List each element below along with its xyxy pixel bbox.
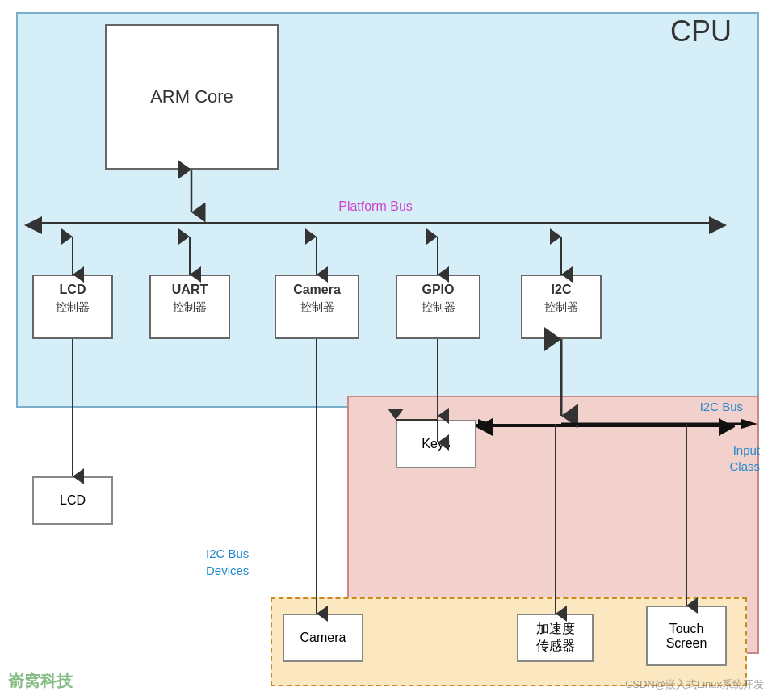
touchscreen-device: TouchScreen xyxy=(646,606,727,666)
cpu-label: CPU xyxy=(670,15,732,48)
watermark-left: 嵛窝科技 xyxy=(8,670,73,692)
ctrl-camera-top: Camera xyxy=(281,283,353,297)
ctrl-lcd: LCD 控制器 xyxy=(32,275,113,339)
i2c-bus-arrow-right xyxy=(719,418,735,436)
touch-label: TouchScreen xyxy=(666,622,707,651)
platform-bus: Platform Bus xyxy=(24,214,727,237)
ctrl-lcd-top: LCD xyxy=(39,283,107,297)
i2c-bus-line xyxy=(476,424,735,427)
ctrl-camera: Camera 控制器 xyxy=(275,275,359,339)
accel-label: 加速度传感器 xyxy=(536,621,575,655)
keys-device: Keys xyxy=(396,420,476,468)
ctrl-i2c-top: I2C xyxy=(527,283,595,297)
input-class-label: InputClass xyxy=(729,442,760,474)
ctrl-lcd-cn: 控制器 xyxy=(39,300,107,315)
lcd-label: LCD xyxy=(60,493,86,508)
ctrl-gpio-cn: 控制器 xyxy=(402,300,474,315)
ctrl-uart-top: UART xyxy=(156,283,224,297)
ctrl-gpio-top: GPIO xyxy=(402,283,474,297)
i2c-bus: I2C Bus xyxy=(476,416,751,438)
camera-label: Camera xyxy=(300,631,346,645)
arm-core-label: ARM Core xyxy=(150,86,233,107)
ctrl-uart-cn: 控制器 xyxy=(156,300,224,315)
camera-device: Camera xyxy=(283,614,363,662)
diagram: CPU ARM Core Platform Bus LCD 控制器 UART 控… xyxy=(0,0,772,700)
accelerometer-device: 加速度传感器 xyxy=(517,614,594,662)
ctrl-gpio: GPIO 控制器 xyxy=(396,275,480,339)
lcd-device: LCD xyxy=(32,476,113,525)
ctrl-i2c: I2C 控制器 xyxy=(521,275,602,339)
platform-bus-arrow-left xyxy=(24,216,42,234)
ctrl-camera-cn: 控制器 xyxy=(281,300,353,315)
i2c-bus-label: I2C Bus xyxy=(700,400,743,413)
platform-bus-line xyxy=(40,222,711,224)
ctrl-uart: UART 控制器 xyxy=(149,275,230,339)
keys-label: Keys xyxy=(422,437,451,451)
arm-core-box: ARM Core xyxy=(105,24,279,170)
watermark-right: CSDN@嵌入式Linux系统开发 xyxy=(625,677,764,692)
i2c-bus-arrow-left xyxy=(476,418,493,436)
i2c-devices-label: I2C BusDevices xyxy=(206,545,249,579)
ctrl-i2c-cn: 控制器 xyxy=(527,300,595,315)
platform-bus-arrow-right xyxy=(709,216,727,234)
platform-bus-label: Platform Bus xyxy=(338,199,413,214)
